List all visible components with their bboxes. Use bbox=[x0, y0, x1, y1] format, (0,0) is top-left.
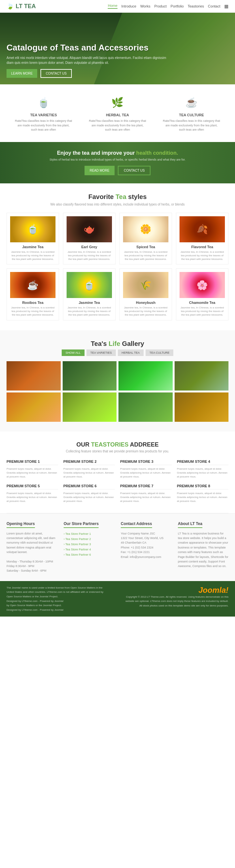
joomla-icon: Joomla! bbox=[199, 586, 229, 595]
store-8-desc: Praesent turpis mauris, aliquet id dolor… bbox=[177, 492, 229, 503]
nav-introduce[interactable]: Introduce bbox=[122, 4, 136, 8]
banner-buttons: READ MORE CONTACT US bbox=[6, 166, 229, 175]
partner-link-4[interactable]: Tea Store Partner 4 bbox=[63, 547, 114, 552]
filter-show-all[interactable]: SHOW ALL bbox=[62, 349, 84, 356]
gallery-title: Tea's Life Gallery bbox=[6, 340, 229, 347]
hero-section: Catalogue of Teas and Accessories Amet e… bbox=[0, 13, 235, 84]
footer-designed-by: Designed by LTtheme.com - Powered by Joo… bbox=[6, 599, 104, 603]
banner-read-more-button[interactable]: READ MORE bbox=[84, 166, 115, 175]
store-5-name: PREMIUM STORE 5 bbox=[6, 484, 58, 490]
about-title: About LT Tea bbox=[178, 522, 202, 528]
opening-hours-title: Opening Hours bbox=[6, 522, 35, 528]
partner-link-2[interactable]: Tea Store Partner 2 bbox=[63, 536, 114, 541]
tea-card-earl[interactable]: 🫖 Earl Grey Jasmine tea, In Chinese, is … bbox=[63, 213, 115, 265]
contact-email: Email: info@yourcompany.com bbox=[121, 555, 172, 559]
jasmine-desc: Jasmine tea, In Chinese, is a scented te… bbox=[10, 250, 55, 261]
contact-title: Contact Address bbox=[121, 522, 152, 528]
stores-subtitle: Collecting feature stories that we provi… bbox=[6, 450, 229, 453]
filter-tea-varieties[interactable]: TEA VARIETIES bbox=[86, 349, 116, 356]
flavored-desc: Jasmine tea, In Chinese, is a scented te… bbox=[180, 250, 225, 261]
tea-categories-section: 🍵 TEA VARIETIES Rate/Tea classifies teas… bbox=[0, 84, 235, 142]
opening-hours-sat-sun: Saturday - Sunday 8AM - 6PM bbox=[6, 568, 57, 573]
honeybush-name: Honeybush bbox=[123, 301, 168, 305]
tea-card-rooibos[interactable]: ☕ Rooibos Tea Jasmine tea, In Chinese, i… bbox=[6, 268, 59, 320]
nav-portfolio[interactable]: Portfolio bbox=[171, 4, 184, 8]
tea-varieties-desc: Rate/Tea classifies teas in this categor… bbox=[14, 119, 73, 132]
jasmine2-name: Jasmine Tea bbox=[67, 301, 112, 305]
flavored-name: Flavored Tea bbox=[180, 245, 225, 249]
hero-contact-button[interactable]: CONTACT US bbox=[41, 69, 72, 78]
rooibos-image: ☕ bbox=[10, 272, 55, 298]
gallery-section: Tea's Life Gallery SHOW ALL TEA VARIETIE… bbox=[0, 330, 235, 432]
footer-powered-by: Designed by LTtheme.com - Powered by Joo… bbox=[6, 608, 104, 612]
filter-tea-culture[interactable]: TEA CULTURE bbox=[146, 349, 173, 356]
tea-grid: 🍵 Jasmine Tea Jasmine tea, In Chinese, i… bbox=[6, 213, 229, 320]
tea-card-spiced[interactable]: 🌼 Spiced Tea Jasmine tea, In Chinese, is… bbox=[120, 213, 172, 265]
tea-card-jasmine[interactable]: 🍵 Jasmine Tea Jasmine tea, In Chinese, i… bbox=[6, 213, 59, 265]
category-herbal-tea: 🌿 HERBAL TEA Rate/Tea classifies teas in… bbox=[88, 94, 147, 132]
nav-works[interactable]: Works bbox=[140, 4, 151, 8]
gallery-item-5[interactable] bbox=[6, 393, 61, 422]
partner-link-5[interactable]: Tea Store Partner 6 bbox=[63, 552, 114, 557]
tea-culture-desc: Rate/Tea classifies teas in this categor… bbox=[162, 119, 221, 132]
nav-product[interactable]: Product bbox=[154, 4, 167, 8]
store-2: PREMIUM STORE 2 Praesent turpis mauris, … bbox=[63, 460, 115, 479]
hero-learn-more-button[interactable]: LEARN MORE bbox=[6, 69, 37, 78]
spiced-image: 🌼 bbox=[123, 216, 168, 242]
banner-contact-button[interactable]: CONTACT US bbox=[118, 166, 151, 175]
opening-hours-desc: Lorem ipsum dolor sit amet, consectetuer… bbox=[6, 531, 57, 555]
banner-title: Enjoy the tea and improve your health co… bbox=[6, 150, 229, 156]
partners-title: Our Store Partners bbox=[63, 522, 99, 528]
tea-card-honeybush[interactable]: 🌾 Honeybush Jasmine tea, In Chinese, is … bbox=[120, 268, 172, 320]
gallery-item-4[interactable] bbox=[175, 361, 229, 391]
hamburger-icon[interactable]: ▦ bbox=[224, 4, 229, 9]
nav-home[interactable]: Home bbox=[108, 4, 117, 9]
banner-subtitle: Styles of herbal tea to introduce indivi… bbox=[6, 158, 229, 161]
spiced-name: Spiced Tea bbox=[123, 245, 168, 249]
stores-grid: PREMIUM STORE 1 Praesent turpis mauris, … bbox=[6, 460, 229, 503]
logo-text: LT TEA bbox=[16, 3, 36, 10]
gallery-item-7[interactable] bbox=[119, 393, 173, 422]
jasmine-image: 🍵 bbox=[10, 216, 55, 242]
tea-card-chamomile[interactable]: 🌸 Chamomile Tea Jasmine tea, In Chinese,… bbox=[176, 268, 229, 320]
hero-buttons: LEARN MORE CONTACT US bbox=[6, 69, 170, 78]
store-8-name: PREMIUM STORE 8 bbox=[177, 484, 229, 490]
gallery-item-8[interactable] bbox=[175, 393, 229, 422]
nav-teastories[interactable]: Teastories bbox=[188, 4, 204, 8]
tea-card-jasmine2[interactable]: 🍵 Jasmine Tea Jasmine tea, In Chinese, i… bbox=[63, 268, 115, 320]
gallery-item-3[interactable] bbox=[119, 361, 173, 391]
filter-herbal-tea[interactable]: HERBAL TEA bbox=[118, 349, 144, 356]
contact-address2: 49 Chamberlain CA bbox=[121, 540, 172, 545]
rooibos-desc: Jasmine tea, In Chinese, is a scented te… bbox=[10, 306, 55, 317]
logo[interactable]: 🍃 LT TEA bbox=[6, 3, 36, 10]
gallery-item-6[interactable] bbox=[63, 393, 117, 422]
category-tea-varieties: 🍵 TEA VARIETIES Rate/Tea classifies teas… bbox=[14, 94, 73, 132]
partner-link-1[interactable]: Tea Store Partner 1 bbox=[63, 531, 114, 536]
store-2-name: PREMIUM STORE 2 bbox=[63, 460, 115, 465]
logo-icon: 🍃 bbox=[6, 3, 14, 10]
store-6: PREMIUM STORE 6 Praesent turpis mauris, … bbox=[63, 484, 115, 503]
header: 🍃 LT TEA Home Introduce Works Product Po… bbox=[0, 0, 235, 13]
category-tea-culture: ☕ TEA CULTURE Rate/Tea classifies teas i… bbox=[162, 94, 221, 132]
store-3-name: PREMIUM STORE 3 bbox=[120, 460, 172, 465]
stores-section: OUR TEASTORIES ADDREEE Collecting featur… bbox=[0, 432, 235, 513]
footer-contact: Contact Address Your Company Name JSC 13… bbox=[121, 522, 172, 573]
tea-culture-title: TEA CULTURE bbox=[162, 113, 221, 117]
jasmine2-desc: Jasmine tea, In Chinese, is a scented te… bbox=[67, 306, 112, 317]
store-5: PREMIUM STORE 5 Praesent turpis mauris, … bbox=[6, 484, 58, 503]
partner-link-3[interactable]: Tea Store Partner 3 bbox=[63, 541, 114, 547]
store-8: PREMIUM STORE 8 Praesent turpis mauris, … bbox=[177, 484, 229, 503]
footer-bottom-right: Copyright © 2013 LT Theme.com. All right… bbox=[124, 595, 229, 608]
store-3: PREMIUM STORE 3 Praesent turpis mauris, … bbox=[120, 460, 172, 479]
gallery-item-2[interactable] bbox=[63, 361, 117, 391]
nav-contact[interactable]: Contact bbox=[208, 4, 220, 8]
store-4: PREMIUM STORE 4 Praesent turpis mauris, … bbox=[177, 460, 229, 479]
gallery-item-1[interactable] bbox=[6, 361, 61, 391]
about-desc: LT Tea is a responsive business for tea … bbox=[178, 531, 229, 569]
store-1: PREMIUM STORE 1 Praesent turpis mauris, … bbox=[6, 460, 58, 479]
earl-image: 🫖 bbox=[67, 216, 112, 242]
herbal-tea-icon: 🌿 bbox=[108, 94, 127, 111]
store-2-desc: Praesent turpis mauris, aliquet id dolor… bbox=[63, 467, 115, 479]
tea-card-flavored[interactable]: 🍂 Flavored Tea Jasmine tea, In Chinese, … bbox=[176, 213, 229, 265]
chamomile-image: 🌸 bbox=[180, 272, 225, 298]
